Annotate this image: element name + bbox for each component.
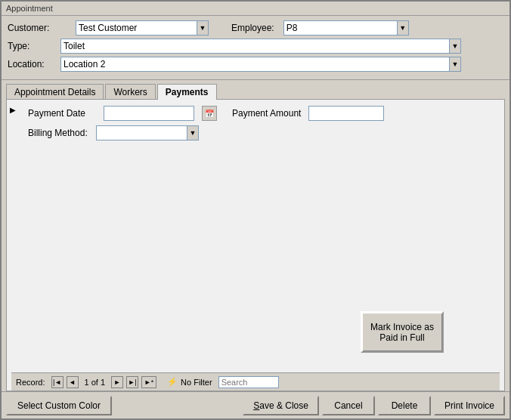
nav-record-info: 1 of 1 [85,378,106,387]
type-combo[interactable]: ▼ [60,39,461,54]
type-label: Type: [8,41,60,51]
record-nav-label: Record: [16,378,45,387]
type-dropdown-btn[interactable]: ▼ [449,39,461,54]
save-close-button[interactable]: Save & Close [243,396,319,415]
print-invoice-label: Print Invoice [444,400,494,411]
employee-group: Employee: ▼ [231,20,409,36]
customer-row: Customer: ▼ Employee: ▼ [8,20,503,36]
employee-label: Employee: [231,23,274,33]
custom-color-label: Select Custom Color [17,400,101,411]
nav-next-btn[interactable]: ► [111,376,123,388]
tabs-container: Appointment Details Workers Payments [2,80,509,99]
nav-first-btn[interactable]: |◄ [51,376,63,388]
content-area: ▶ Payment Date 📅 Payment Amount Billing … [6,99,505,391]
nav-last-btn[interactable]: ►| [126,376,138,388]
location-label: Location: [8,59,60,69]
payment-date-input[interactable] [104,106,194,121]
cancel-label: Cancel [334,400,362,411]
billing-combo[interactable]: ▼ [96,125,199,141]
customer-input[interactable] [76,20,197,36]
nav-bar: Record: |◄ ◄ 1 of 1 ► ►| ►* ⚡ No Filter [11,372,500,391]
payment-amount-input[interactable] [308,106,384,121]
employee-input[interactable] [283,20,397,36]
billing-dropdown-btn[interactable]: ▼ [187,125,199,141]
filter-icon: ⚡ [167,377,178,387]
customer-combo[interactable]: ▼ [76,20,209,36]
cancel-button[interactable]: Cancel [322,396,375,415]
nav-search-input[interactable] [218,376,279,388]
mark-invoice-label: Mark Invoice asPaid in Full [370,322,434,343]
select-custom-color-button[interactable]: Select Custom Color [6,396,112,415]
tab-workers[interactable]: Workers [105,84,155,100]
save-close-label: Save & Close [253,400,308,411]
content-inner: ▶ Payment Date 📅 Payment Amount Billing … [7,100,504,372]
employee-combo[interactable]: ▼ [283,20,409,36]
customer-label: Customer: [8,23,60,33]
billing-method-row: Billing Method: ▼ [28,125,497,141]
no-filter-label: No Filter [181,378,212,387]
calendar-icon-btn[interactable]: 📅 [202,106,217,121]
print-invoice-button[interactable]: Print Invoice [434,396,505,415]
main-window: Appointment Customer: ▼ Employee: ▼ Type… [0,0,511,420]
payment-date-amount-row: Payment Date 📅 Payment Amount [28,106,497,121]
window-title: Appointment [2,2,509,16]
type-row: Type: ▼ [8,39,503,54]
payment-date-label: Payment Date [28,108,96,119]
mark-invoice-paid-button[interactable]: Mark Invoice asPaid in Full [361,311,444,353]
nav-new-btn[interactable]: ►* [141,376,156,388]
type-input[interactable] [60,39,449,54]
location-input[interactable] [60,57,449,72]
billing-method-label: Billing Method: [28,128,96,138]
payment-amount-label: Payment Amount [232,108,301,119]
bottom-bar: Select Custom Color Save & Close Cancel … [2,391,509,418]
customer-dropdown-btn[interactable]: ▼ [197,20,209,36]
record-arrow-icon: ▶ [10,106,16,114]
tab-appointment-details[interactable]: Appointment Details [6,84,104,100]
billing-method-input[interactable] [96,125,187,141]
tab-payments[interactable]: Payments [157,84,217,100]
nav-filter-group: ⚡ No Filter [167,377,215,387]
location-dropdown-btn[interactable]: ▼ [449,57,461,72]
employee-dropdown-btn[interactable]: ▼ [397,20,409,36]
delete-label: Delete [392,400,418,411]
location-row: Location: ▼ [8,57,503,72]
payment-form: Payment Date 📅 Payment Amount Billing Me… [20,100,504,147]
nav-prev-btn[interactable]: ◄ [67,376,79,388]
delete-button[interactable]: Delete [378,396,431,415]
location-combo[interactable]: ▼ [60,57,461,72]
form-section: Customer: ▼ Employee: ▼ Type: ▼ L [2,16,509,80]
